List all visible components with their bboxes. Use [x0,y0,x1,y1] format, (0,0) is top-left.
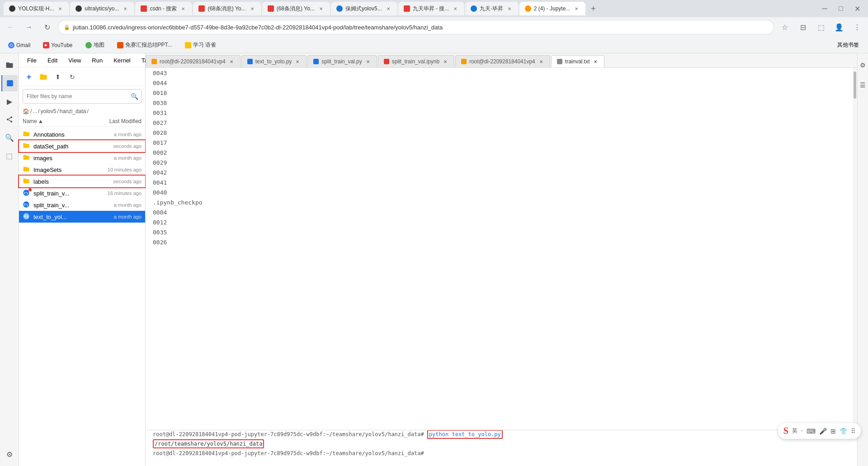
breadcrumb-sep3: / [57,108,58,114]
float-btn-mic[interactable]: 🎤 [819,428,827,435]
maximize-button[interactable]: □ [834,1,848,16]
tab-68-2[interactable]: (68条消息) Yo... ✕ [262,2,330,15]
forward-button[interactable]: → [22,20,36,34]
editor-area[interactable]: 0043 0044 0018 0038 0031 0027 0028 0017 … [146,68,857,430]
tab-csdn[interactable]: csdn - 搜索 ✕ [135,2,192,15]
file-item-dataset-path[interactable]: dataSet_path seconds ago [19,140,145,152]
extensions-button[interactable]: ⬚ [814,20,828,34]
minimize-button[interactable]: ─ [817,1,832,16]
file-item-imagesets[interactable]: ImageSets 10 minutes ago [19,164,145,176]
file-item-annotations[interactable]: Annotations a month ago [19,128,145,140]
file-tab-close-split-ipynb[interactable]: ✕ [442,58,448,65]
tab-68-1[interactable]: (68条消息) Yo... ✕ [193,2,261,15]
tab-icon-root1 [151,59,157,64]
tab-yolo[interactable]: YOLO实现·H... ✕ [4,2,69,15]
file-item-images[interactable]: images a month ago [19,152,145,164]
bookmark-ppt[interactable]: 免赛汇报总结PPT... [114,39,175,51]
sidebar-run-button[interactable]: ▶ [1,93,18,109]
tab-jiutian[interactable]: 九天·毕昇 ✕ [465,2,518,15]
breadcrumb-yolov5[interactable]: yolov5 [41,108,57,114]
editor-scrollbar-thumb[interactable] [854,71,856,99]
float-btn-1[interactable]: 英 [792,427,797,435]
menu-file[interactable]: File [23,55,41,66]
bookmark-maps[interactable]: 地图 [83,39,107,51]
breadcrumb-sep1: / [30,108,32,114]
bookmark-star-button[interactable]: ☆ [778,20,792,34]
file-item-text-to-yol[interactable]: Py text_to_yol... a month ago [19,211,145,223]
tab-close-baoma[interactable]: ✕ [385,5,392,12]
sidebar-browser-button[interactable] [1,75,18,91]
file-tab-trainval[interactable]: trainval.txt ✕ [551,55,605,68]
tab-close-ultralytics[interactable]: ✕ [122,5,129,12]
tab-close-68-2[interactable]: ✕ [317,5,325,12]
sidebar-settings-button[interactable]: ⚙ [1,446,18,462]
file-tab-close-text-to-yolo[interactable]: ✕ [294,58,301,65]
file-tab-close-root2[interactable]: ✕ [538,58,544,65]
file-item-labels[interactable]: labels seconds ago [19,176,145,187]
file-tab-close-trainval[interactable]: ✕ [592,58,599,65]
terminal-path-highlight: /root/teamshare/yolov5/hanzi_data [153,439,264,448]
file-tab-close-root1[interactable]: ✕ [228,58,235,65]
breadcrumb-hanzi-data[interactable]: hanzi_data [60,108,86,114]
code-line-16: 0012 [146,217,857,227]
column-name-header[interactable]: Name ▲ [23,118,87,124]
sidebar-extensions-button[interactable]: ⬚ [1,147,18,164]
bookmark-youtube[interactable]: ▶ YouTube [40,40,75,50]
breadcrumb-ellipsis[interactable]: ... [33,108,37,114]
file-item-split-train-v2[interactable]: Py split_train_v... a month ago [19,199,145,211]
tab-close-68-1[interactable]: ✕ [249,5,256,12]
menu-run[interactable]: Run [87,55,107,66]
back-button[interactable]: ← [4,20,18,34]
new-tab-button[interactable]: + [586,2,600,15]
reload-button[interactable]: ↻ [40,20,54,34]
other-bookmarks[interactable]: 其他书签 [834,39,863,51]
tab-close-jiutian[interactable]: ✕ [506,5,513,12]
lock-icon: 🔒 [64,24,70,30]
file-tab-root1[interactable]: root@dl-220928184041vp4 ✕ [146,55,241,67]
profile-button[interactable]: 👤 [832,20,846,34]
tab-close-jupyter[interactable]: ✕ [573,5,580,12]
upload-button[interactable]: ⬆ [52,71,64,83]
filename-images: images [33,155,87,162]
file-tab-split-ipynb[interactable]: split_train_val.ipynb ✕ [378,55,454,67]
file-tab-root2[interactable]: root@dl-220928184041vp4 ✕ [455,55,550,67]
bookmark-gmail[interactable]: G Gmail [5,40,33,50]
bookmark-study[interactable]: 学习 语雀 [182,39,219,51]
refresh-button[interactable]: ↻ [66,71,79,83]
bookmarks-bar: G Gmail ▶ YouTube 地图 免赛汇报总结PPT... 学习 语雀 … [0,37,868,53]
float-btn-grid[interactable]: ⠿ [851,428,855,435]
tab-icon-split-py [313,59,319,64]
new-file-button[interactable]: + [23,71,35,83]
sidebar-search-button[interactable]: 🔍 [1,129,18,146]
file-tab-text-to-yolo[interactable]: text_to_yolo.py ✕ [241,55,307,67]
menu-view[interactable]: View [64,55,85,66]
tab-close-jiutian-search[interactable]: ✕ [452,5,459,12]
cast-button[interactable]: ⊟ [796,20,810,34]
breadcrumb-home[interactable]: 🏠 [23,108,29,114]
editor-scrollbar-track[interactable] [853,68,857,430]
bookmark-gmail-label: Gmail [16,42,30,48]
tab-ultralytics[interactable]: ultralytics/yo... ✕ [70,2,134,15]
tab-jupyter-active[interactable]: 2 (4) - Jupyte... ✕ [519,2,586,15]
sidebar-files-button[interactable] [1,57,18,73]
menu-button[interactable]: ⋮ [850,20,864,34]
filter-input[interactable] [23,90,127,102]
file-item-split-train-v1[interactable]: Py split_train_v... 16 minutes ago [19,187,145,199]
tab-baoma[interactable]: 保姆式yolov5... ✕ [331,2,397,15]
address-bar[interactable]: 🔒 jiutian.10086.cn/edu/ingress-orion/ec6… [58,20,774,34]
float-btn-table[interactable]: ⊞ [830,428,836,435]
float-btn-shirt[interactable]: 👕 [840,428,847,435]
file-tab-close-split-py[interactable]: ✕ [365,58,371,65]
file-tab-split-py[interactable]: split_train_val.py ✕ [307,55,377,67]
tab-label-jiutian-search: 九天毕昇 - 搜... [413,5,449,13]
tab-close-yolo[interactable]: ✕ [57,5,64,12]
tab-jiutian-search[interactable]: 九天毕昇 - 搜... ✕ [398,2,465,15]
menu-edit[interactable]: Edit [43,55,62,66]
new-folder-button[interactable] [37,71,50,83]
close-browser-button[interactable]: ✕ [850,1,864,16]
sidebar-git-button[interactable] [1,111,18,128]
float-btn-keyboard[interactable]: ⌨ [807,428,816,435]
menu-kernel[interactable]: Kernel [109,55,135,66]
tab-close-csdn[interactable]: ✕ [179,5,187,12]
tab-favicon-csdn [141,5,147,12]
